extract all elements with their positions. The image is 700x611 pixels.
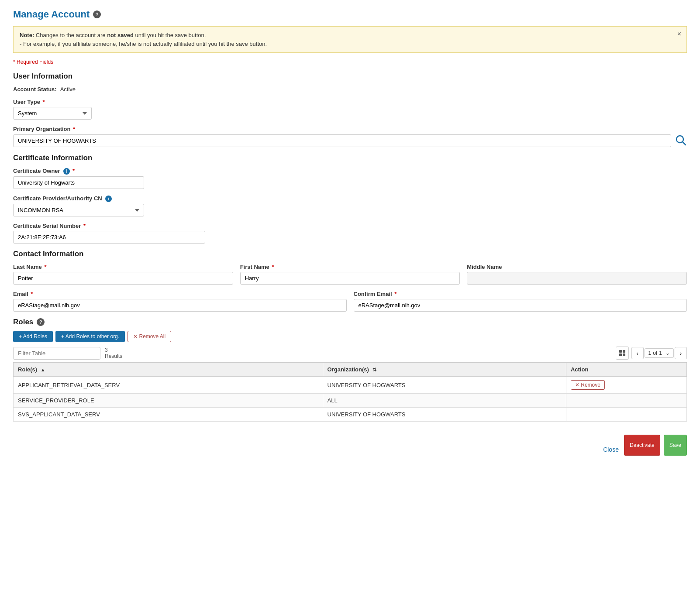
cert-owner-required: *: [72, 168, 75, 174]
action-cell: [566, 394, 686, 408]
required-fields-text: Required Fields: [13, 59, 687, 65]
first-name-input[interactable]: [240, 272, 460, 285]
email-group: Email *: [13, 291, 347, 312]
search-icon: [675, 134, 687, 146]
last-name-group: Last Name *: [13, 264, 233, 285]
user-information-heading: User Information: [13, 72, 687, 81]
first-name-group: First Name *: [240, 264, 460, 285]
confirm-email-required: *: [394, 291, 397, 297]
table-row: APPLICANT_RETRIEVAL_DATA_SERVUNIVERSITY …: [14, 377, 687, 394]
org-cell: UNIVERSITY OF HOGWARTS: [323, 408, 566, 422]
roles-table: Role(s) ▲ Organization(s) ⇅ Action APPLI…: [13, 362, 687, 422]
account-status-label: Account Status:: [13, 86, 57, 93]
primary-org-search-row: [13, 134, 687, 148]
column-header-roles[interactable]: Role(s) ▲: [14, 363, 323, 377]
cert-owner-group: Certificate Owner i *: [13, 168, 687, 189]
action-cell: ✕ Remove: [566, 377, 686, 394]
roles-sort-icon: ▲: [41, 367, 45, 372]
page-title-text: Manage Account: [13, 9, 90, 20]
org-cell: ALL: [323, 394, 566, 408]
cert-owner-info-icon[interactable]: i: [63, 168, 70, 175]
table-toolbar-right: ‹ 1 of 1 ⌄ ›: [616, 347, 687, 360]
deactivate-button[interactable]: Deactivate: [624, 435, 660, 456]
primary-org-label: Primary Organization *: [13, 126, 687, 132]
roles-help-icon[interactable]: ?: [37, 318, 45, 326]
add-roles-button[interactable]: + Add Roles: [13, 331, 53, 342]
pagination-chevron[interactable]: ⌄: [666, 350, 670, 356]
email-input[interactable]: [13, 299, 347, 312]
middle-name-group: Middle Name: [467, 264, 687, 285]
middle-name-input[interactable]: [467, 272, 687, 285]
pagination-next-button[interactable]: ›: [675, 347, 687, 359]
certificate-information-heading: Certificate Information: [13, 154, 687, 162]
user-type-required: *: [43, 99, 45, 105]
role-cell: SERVICE_PROVIDER_ROLE: [14, 394, 323, 408]
cert-provider-info-icon[interactable]: i: [105, 196, 112, 202]
last-name-required: *: [44, 264, 46, 270]
cert-serial-group: Certificate Serial Number *: [13, 223, 687, 244]
roles-buttons: + Add Roles + Add Roles to other org. ✕ …: [13, 331, 687, 342]
primary-org-input[interactable]: [13, 134, 671, 147]
remove-all-button[interactable]: ✕ Remove All: [128, 331, 171, 342]
primary-org-group: Primary Organization *: [13, 126, 687, 148]
help-icon[interactable]: ?: [93, 10, 101, 18]
contact-name-row: Last Name * First Name * Middle Name: [13, 264, 687, 291]
user-type-group: User Type * System Admin Standard: [13, 99, 687, 120]
close-button[interactable]: Close: [601, 443, 621, 456]
confirm-email-input[interactable]: [354, 299, 687, 312]
notice-line2: - For example, if you affiliate someone,…: [20, 41, 267, 47]
contact-email-row: Email * Confirm Email *: [13, 291, 687, 318]
cert-provider-select[interactable]: INCOMMON RSA OTHER: [13, 204, 144, 216]
table-toolbar: 3 Results ‹ 1 of 1 ⌄ ›: [13, 347, 687, 360]
last-name-label: Last Name *: [13, 264, 233, 270]
svg-point-0: [676, 136, 683, 143]
column-header-action: Action: [566, 363, 686, 377]
primary-org-search-button[interactable]: [675, 134, 687, 148]
action-cell: [566, 408, 686, 422]
grid-view-button[interactable]: [616, 347, 629, 360]
cert-owner-input[interactable]: [13, 176, 144, 189]
user-type-label: User Type *: [13, 99, 687, 105]
table-toolbar-left: 3 Results: [13, 347, 122, 360]
email-required: *: [31, 291, 33, 297]
primary-org-required: *: [73, 126, 75, 132]
first-name-label: First Name *: [240, 264, 460, 270]
last-name-input[interactable]: [13, 272, 233, 285]
confirm-email-label: Confirm Email *: [354, 291, 687, 297]
cert-provider-group: Certificate Provider/Authority CN i INCO…: [13, 195, 687, 216]
orgs-sort-icon: ⇅: [372, 367, 376, 372]
cert-serial-required: *: [83, 223, 86, 229]
cert-provider-label: Certificate Provider/Authority CN i: [13, 195, 687, 202]
column-header-organizations[interactable]: Organization(s) ⇅: [323, 363, 566, 377]
save-button[interactable]: Save: [664, 435, 687, 456]
table-row: SERVICE_PROVIDER_ROLEALL: [14, 394, 687, 408]
total-pages: 1: [659, 350, 662, 356]
contact-information-heading: Contact Information: [13, 250, 687, 258]
add-roles-other-button[interactable]: + Add Roles to other org.: [55, 331, 125, 342]
user-type-select[interactable]: System Admin Standard: [13, 107, 92, 120]
cert-serial-input[interactable]: [13, 231, 205, 244]
pagination-prev-button[interactable]: ‹: [631, 347, 644, 359]
roles-title: Roles: [13, 318, 33, 326]
pagination: ‹ 1 of 1 ⌄ ›: [631, 347, 687, 359]
grid-icon: [619, 350, 625, 356]
confirm-email-group: Confirm Email *: [354, 291, 687, 312]
notice-close-button[interactable]: ×: [677, 30, 681, 38]
results-text: 3 Results: [105, 347, 122, 359]
account-status-value: Active: [60, 86, 76, 93]
org-cell: UNIVERSITY OF HOGWARTS: [323, 377, 566, 394]
account-status-row: Account Status: Active: [13, 86, 687, 93]
roles-header: Roles ?: [13, 318, 687, 326]
role-cell: SVS_APPLICANT_DATA_SERV: [14, 408, 323, 422]
middle-name-label: Middle Name: [467, 264, 687, 270]
remove-role-button[interactable]: ✕ Remove: [571, 380, 605, 390]
notice-text: Note: Changes to the account are not sav…: [20, 32, 267, 47]
table-row: SVS_APPLICANT_DATA_SERVUNIVERSITY OF HOG…: [14, 408, 687, 422]
pagination-info: 1 of 1 ⌄: [645, 348, 674, 358]
current-page: 1: [648, 350, 652, 356]
filter-table-input[interactable]: [13, 347, 100, 360]
pagination-of: of: [653, 350, 657, 356]
notice-box: × Note: Changes to the account are not s…: [13, 26, 687, 53]
page-title: Manage Account ?: [13, 9, 687, 20]
cert-serial-label: Certificate Serial Number *: [13, 223, 687, 229]
